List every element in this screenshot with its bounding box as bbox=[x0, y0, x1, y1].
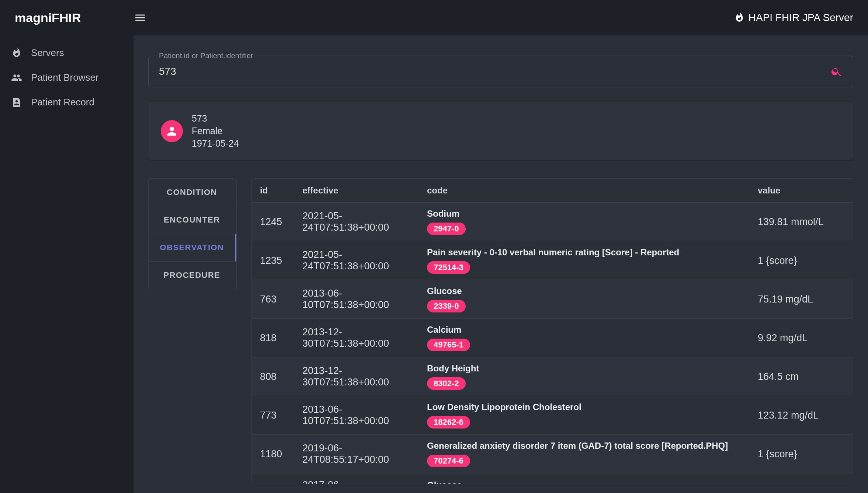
code-display: Body Height bbox=[427, 363, 742, 374]
table-row[interactable]: 8082013-12-30T07:51:38+00:00Body Height8… bbox=[252, 357, 853, 396]
cell-effective: 2013-12-30T07:51:38+00:00 bbox=[294, 357, 419, 396]
cell-id: 808 bbox=[252, 357, 294, 396]
table-row[interactable]: 12452021-05-24T07:51:38+00:00Sodium2947-… bbox=[252, 203, 853, 241]
code-display: Calcium bbox=[427, 325, 742, 335]
cell-code: Glucose2339-0 bbox=[419, 280, 750, 319]
search-icon bbox=[831, 66, 843, 77]
cell-value: 123.12 mg/dL bbox=[750, 396, 853, 435]
person-icon bbox=[165, 125, 178, 138]
menu-toggle-button[interactable] bbox=[133, 10, 147, 25]
cell-id: 818 bbox=[252, 319, 294, 357]
code-display: Low Density Lipoprotein Cholesterol bbox=[427, 402, 742, 412]
sidebar-item-patient-record[interactable]: Patient Record bbox=[0, 90, 133, 115]
patient-meta: 573 Female 1971-05-24 bbox=[192, 112, 239, 150]
patient-avatar bbox=[161, 120, 183, 142]
table-row[interactable]: 11802019-06-24T08:55:17+00:00Generalized… bbox=[252, 435, 853, 473]
person-card-icon bbox=[11, 97, 22, 108]
table-row[interactable]: 7632013-06-10T07:51:38+00:00Glucose2339-… bbox=[252, 280, 853, 319]
col-code: code bbox=[419, 179, 750, 203]
sidebar-item-label: Servers bbox=[31, 47, 64, 59]
record-content: CONDITION ENCOUNTER OBSERVATION PROCEDUR… bbox=[148, 178, 853, 484]
topbar: magniFHIR HAPI FHIR JPA Server bbox=[0, 0, 868, 35]
cell-value bbox=[750, 473, 853, 485]
cell-effective: 2017-06- bbox=[294, 473, 419, 485]
tab-procedure[interactable]: PROCEDURE bbox=[149, 262, 236, 289]
cell-value: 139.81 mmol/L bbox=[750, 203, 853, 241]
server-badge[interactable]: HAPI FHIR JPA Server bbox=[734, 12, 853, 24]
code-chip: 72514-3 bbox=[427, 261, 470, 274]
cell-effective: 2019-06-24T08:55:17+00:00 bbox=[294, 435, 419, 473]
code-chip: 8302-2 bbox=[427, 377, 466, 390]
col-id: id bbox=[252, 179, 294, 203]
cell-code: Sodium2947-0 bbox=[419, 203, 750, 241]
cell-effective: 2013-12-30T07:51:38+00:00 bbox=[294, 319, 419, 357]
patient-id: 573 bbox=[192, 112, 239, 125]
cell-id: 773 bbox=[252, 396, 294, 435]
people-icon bbox=[11, 72, 22, 83]
cell-value: 1 {score} bbox=[750, 241, 853, 280]
fire-icon bbox=[734, 12, 745, 23]
app-brand: magniFHIR bbox=[15, 11, 133, 25]
patient-summary-card: 573 Female 1971-05-24 bbox=[148, 102, 853, 160]
cell-code: Glucose bbox=[419, 473, 750, 485]
code-display: Glucose bbox=[427, 480, 742, 485]
cell-id: 763 bbox=[252, 280, 294, 319]
sidebar-item-servers[interactable]: Servers bbox=[0, 41, 133, 65]
code-chip: 70274-6 bbox=[427, 455, 470, 467]
cell-value: 164.5 cm bbox=[750, 357, 853, 396]
cell-id bbox=[252, 473, 294, 485]
tab-observation[interactable]: OBSERVATION bbox=[149, 234, 236, 262]
cell-code: Low Density Lipoprotein Cholesterol18262… bbox=[419, 396, 750, 435]
code-display: Sodium bbox=[427, 209, 742, 219]
sidebar-item-label: Patient Browser bbox=[31, 72, 99, 83]
table-row[interactable]: 2017-06-Glucose bbox=[252, 473, 853, 485]
cell-effective: 2021-05-24T07:51:38+00:00 bbox=[294, 241, 419, 280]
table-row[interactable]: 7732013-06-10T07:51:38+00:00Low Density … bbox=[252, 396, 853, 435]
server-name: HAPI FHIR JPA Server bbox=[749, 12, 853, 24]
cell-id: 1180 bbox=[252, 435, 294, 473]
sidebar-item-label: Patient Record bbox=[31, 97, 94, 108]
search-field-label: Patient.id or Patient.identifier bbox=[156, 52, 256, 60]
resource-tabs: CONDITION ENCOUNTER OBSERVATION PROCEDUR… bbox=[148, 178, 237, 289]
tab-condition[interactable]: CONDITION bbox=[149, 179, 236, 206]
code-display: Pain severity - 0-10 verbal numeric rati… bbox=[427, 247, 742, 258]
fire-icon bbox=[11, 48, 22, 59]
cell-effective: 2013-06-10T07:51:38+00:00 bbox=[294, 280, 419, 319]
main-panel: Patient.id or Patient.identifier 573 Fem… bbox=[133, 35, 868, 493]
cell-effective: 2021-05-24T07:51:38+00:00 bbox=[294, 203, 419, 241]
hamburger-icon bbox=[134, 11, 146, 24]
cell-value: 75.19 mg/dL bbox=[750, 280, 853, 319]
code-display: Glucose bbox=[427, 286, 742, 296]
col-effective: effective bbox=[294, 179, 419, 203]
code-display: Generalized anxiety disorder 7 item (GAD… bbox=[427, 441, 742, 451]
code-chip: 2339-0 bbox=[427, 300, 466, 312]
sidebar: Servers Patient Browser Patient Record bbox=[0, 35, 133, 493]
code-chip: 2947-0 bbox=[427, 223, 466, 235]
cell-code: Generalized anxiety disorder 7 item (GAD… bbox=[419, 435, 750, 473]
cell-id: 1235 bbox=[252, 241, 294, 280]
table-header-row: id effective code value bbox=[252, 179, 853, 203]
col-value: value bbox=[750, 179, 853, 203]
patient-gender: Female bbox=[192, 125, 239, 137]
cell-value: 9.92 mg/dL bbox=[750, 319, 853, 357]
code-chip: 18262-6 bbox=[427, 416, 470, 429]
sidebar-item-patient-browser[interactable]: Patient Browser bbox=[0, 65, 133, 90]
cell-code: Pain severity - 0-10 verbal numeric rati… bbox=[419, 241, 750, 280]
cell-id: 1245 bbox=[252, 203, 294, 241]
table-row[interactable]: 12352021-05-24T07:51:38+00:00Pain severi… bbox=[252, 241, 853, 280]
table-row[interactable]: 8182013-12-30T07:51:38+00:00Calcium49765… bbox=[252, 319, 853, 357]
code-chip: 49765-1 bbox=[427, 339, 470, 351]
cell-code: Body Height8302-2 bbox=[419, 357, 750, 396]
search-button[interactable] bbox=[831, 66, 843, 77]
cell-value: 1 {score} bbox=[750, 435, 853, 473]
cell-code: Calcium49765-1 bbox=[419, 319, 750, 357]
patient-birthdate: 1971-05-24 bbox=[192, 137, 239, 150]
tab-encounter[interactable]: ENCOUNTER bbox=[149, 206, 236, 234]
cell-effective: 2013-06-10T07:51:38+00:00 bbox=[294, 396, 419, 435]
patient-search-field: Patient.id or Patient.identifier bbox=[148, 56, 853, 87]
patient-search-input[interactable] bbox=[159, 66, 831, 77]
observation-table: id effective code value 12452021-05-24T0… bbox=[251, 178, 853, 484]
